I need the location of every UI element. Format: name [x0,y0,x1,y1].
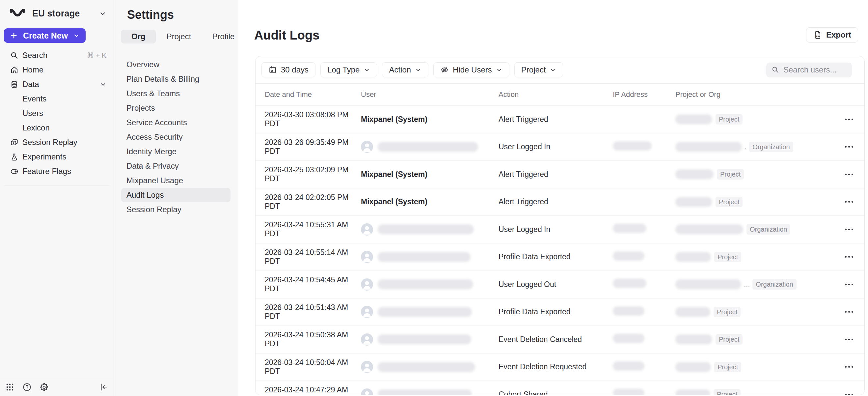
col-user: User [361,90,499,99]
settings-nav-service-accounts[interactable]: Service Accounts [121,115,230,130]
row-user [361,278,499,291]
row-actions-menu-button[interactable] [843,308,855,316]
sidebar-item-label: Session Replay [22,138,78,147]
sidebar-item-experiments[interactable]: Experiments [0,150,114,164]
row-action: Event Deletion Canceled [499,335,613,344]
row-ip [613,389,675,395]
redacted-project-name [675,307,710,317]
tab-project[interactable]: Project [156,30,202,43]
log-type-filter[interactable]: Log Type [320,62,377,78]
flask-icon [10,153,19,161]
export-button[interactable]: csv Export [806,27,858,42]
calendar-icon [268,66,277,74]
settings-nav-session-replay[interactable]: Session Replay [121,202,230,217]
row-datetime: 2026-03-24 10:50:04 AM PDT [265,358,361,376]
table-row[interactable]: 2026-03-25 03:02:09 PM PDT Mixpanel (Sys… [255,161,864,188]
sidebar-item-home[interactable]: Home [0,63,114,77]
log-type-label: Log Type [327,65,360,74]
tab-org[interactable]: Org [121,30,156,43]
table-row[interactable]: 2026-03-24 10:55:31 AM PDT User Logged I… [255,216,864,243]
settings-nav-access-security[interactable]: Access Security [121,130,230,144]
redacted-project-name [675,279,741,289]
sidebar-item-search[interactable]: Search ⌘ + K [0,48,114,63]
row-action: User Logged In [499,225,613,234]
row-user [361,251,499,263]
table-row[interactable]: 2026-03-24 10:51:43 AM PDT Profile Data … [255,299,864,326]
row-datetime: 2026-03-30 03:08:08 PM PDT [265,110,361,128]
gear-icon[interactable] [39,383,49,392]
table-row[interactable]: 2026-03-24 10:50:04 AM PDT Event Deletio… [255,354,864,381]
row-project-or-org: Project [675,252,829,262]
row-actions-menu-button[interactable] [843,280,855,288]
export-label: Export [826,30,851,39]
redacted-user-email [378,252,470,262]
row-action: Profile Data Exported [499,307,613,316]
table-row[interactable]: 2026-03-24 02:02:05 PM PDT Mixpanel (Sys… [255,188,864,216]
table-row[interactable]: 2026-03-24 10:47:29 AM PDT Cohort Shared… [255,381,864,395]
row-action: Alert Triggered [499,115,613,124]
row-actions-menu-button[interactable] [843,170,855,179]
apps-grid-icon[interactable] [5,383,14,392]
scope-badge: Project [714,362,741,372]
row-actions-menu-button[interactable] [843,253,855,261]
sidebar-item-events[interactable]: Events [0,92,114,106]
row-actions-menu-button[interactable] [843,363,855,371]
collapse-sidebar-icon[interactable] [99,383,108,392]
sidebar-item-feature-flags[interactable]: Feature Flags [0,164,114,179]
row-ip [613,361,675,373]
table-row[interactable]: 2026-03-30 03:08:08 PM PDT Mixpanel (Sys… [255,106,864,133]
row-user [361,333,499,345]
hide-users-filter[interactable]: Hide Users [433,62,509,78]
create-new-button[interactable]: Create New [4,28,86,43]
action-filter[interactable]: Action [382,62,428,78]
workspace-switcher[interactable]: EU storage [9,7,106,21]
row-project-or-org: Project [675,307,829,317]
avatar [361,389,373,395]
row-project-or-org: Project [675,334,829,345]
help-icon[interactable] [22,383,32,392]
sidebar-item-users[interactable]: Users [0,106,114,121]
filter-bar: 30 days Log Type Action [255,56,864,84]
table-row[interactable]: 2026-03-24 10:54:45 AM PDT User Logged O… [255,271,864,299]
csv-file-icon: csv [813,30,822,39]
row-ip [613,141,675,153]
row-actions-menu-button[interactable] [843,225,855,234]
row-project-or-org: Project [675,197,829,207]
date-range-filter[interactable]: 30 days [261,62,315,78]
search-users-input[interactable]: Search users... [766,63,852,78]
row-actions-menu-button[interactable] [843,115,855,124]
row-actions-menu-button[interactable] [843,335,855,344]
settings-nav-mixpanel-usage[interactable]: Mixpanel Usage [121,173,230,188]
row-datetime: 2026-03-24 10:55:31 AM PDT [265,220,361,238]
redacted-project-name [675,362,711,372]
table-row[interactable]: 2026-03-26 09:35:49 PM PDT User Logged I… [255,133,864,161]
truncation-ellipsis: . [745,143,746,151]
row-actions-menu-button[interactable] [843,390,855,395]
settings-nav-plan-details[interactable]: Plan Details & Billing [121,72,230,86]
sidebar-item-data[interactable]: Data [0,77,114,92]
row-project-or-org: Project [675,389,829,395]
table-row[interactable]: 2026-03-24 10:50:38 AM PDT Event Deletio… [255,326,864,354]
settings-nav-overview[interactable]: Overview [121,57,230,72]
settings-nav-data-privacy[interactable]: Data & Privacy [121,159,230,173]
chevron-down-icon [550,66,556,73]
row-actions-menu-button[interactable] [843,143,855,151]
settings-nav-projects[interactable]: Projects [121,101,230,115]
row-user: Mixpanel (System) [361,197,499,206]
redacted-ip-address [613,334,644,343]
search-icon [10,51,19,60]
settings-nav-identity-merge[interactable]: Identity Merge [121,144,230,159]
project-filter[interactable]: Project [514,62,563,78]
row-datetime: 2026-03-24 10:54:45 AM PDT [265,275,361,293]
row-datetime: 2026-03-25 03:02:09 PM PDT [265,165,361,183]
table-row[interactable]: 2026-03-24 10:55:14 AM PDT Profile Data … [255,243,864,271]
settings-nav-audit-logs[interactable]: Audit Logs [121,188,230,202]
date-range-label: 30 days [281,65,309,74]
mixpanel-app: EU storage Create New Search ⌘ + K [0,0,868,396]
sidebar-item-session-replay[interactable]: Session Replay [0,135,114,150]
row-action: Alert Triggered [499,170,613,179]
settings-nav-users-teams[interactable]: Users & Teams [121,86,230,101]
row-actions-menu-button[interactable] [843,198,855,206]
sidebar-item-lexicon[interactable]: Lexicon [0,121,114,135]
redacted-user-email [378,224,474,234]
